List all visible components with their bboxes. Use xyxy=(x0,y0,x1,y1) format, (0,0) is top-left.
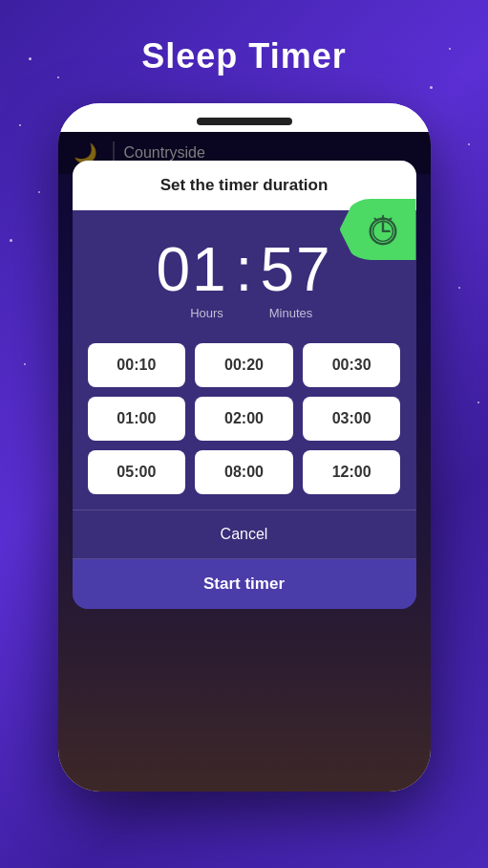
phone-frame: 🌙 Countryside Set the timer duration xyxy=(58,103,431,792)
timer-modal: Set the timer duration xyxy=(73,161,416,609)
preset-button-0020[interactable]: 00:20 xyxy=(195,343,293,387)
hours-label: Hours xyxy=(145,306,241,320)
modal-overlay: Set the timer duration xyxy=(58,132,431,792)
preset-button-0200[interactable]: 02:00 xyxy=(195,397,293,441)
start-timer-button[interactable]: Start timer xyxy=(73,559,416,609)
hours-value: 01 xyxy=(156,239,227,300)
phone-notch xyxy=(197,118,292,125)
preset-button-0800[interactable]: 08:00 xyxy=(195,450,293,494)
presets-grid: 00:10 00:20 00:30 01:00 02:00 03:00 05:0… xyxy=(73,336,416,510)
timer-clock-icon xyxy=(365,211,401,248)
preset-button-0010[interactable]: 00:10 xyxy=(88,343,186,387)
modal-title: Set the timer duration xyxy=(160,176,329,194)
page-title: Sleep Timer xyxy=(141,36,346,76)
preset-button-0100[interactable]: 01:00 xyxy=(88,397,186,441)
modal-actions: Cancel Start timer xyxy=(73,510,416,609)
minutes-value: 57 xyxy=(260,239,331,300)
app-background: 🌙 Countryside Set the timer duration xyxy=(58,132,431,792)
time-colon: : xyxy=(236,239,253,300)
phone-top-bar xyxy=(58,103,431,132)
cancel-button[interactable]: Cancel xyxy=(73,510,416,559)
timer-badge xyxy=(340,199,416,260)
preset-button-0500[interactable]: 05:00 xyxy=(88,450,186,494)
preset-button-0300[interactable]: 03:00 xyxy=(303,397,401,441)
time-labels: Hours Minutes xyxy=(73,304,416,336)
svg-rect-5 xyxy=(382,215,384,219)
preset-button-0030[interactable]: 00:30 xyxy=(303,343,401,387)
minutes-label: Minutes xyxy=(248,306,344,320)
preset-button-1200[interactable]: 12:00 xyxy=(303,450,401,494)
